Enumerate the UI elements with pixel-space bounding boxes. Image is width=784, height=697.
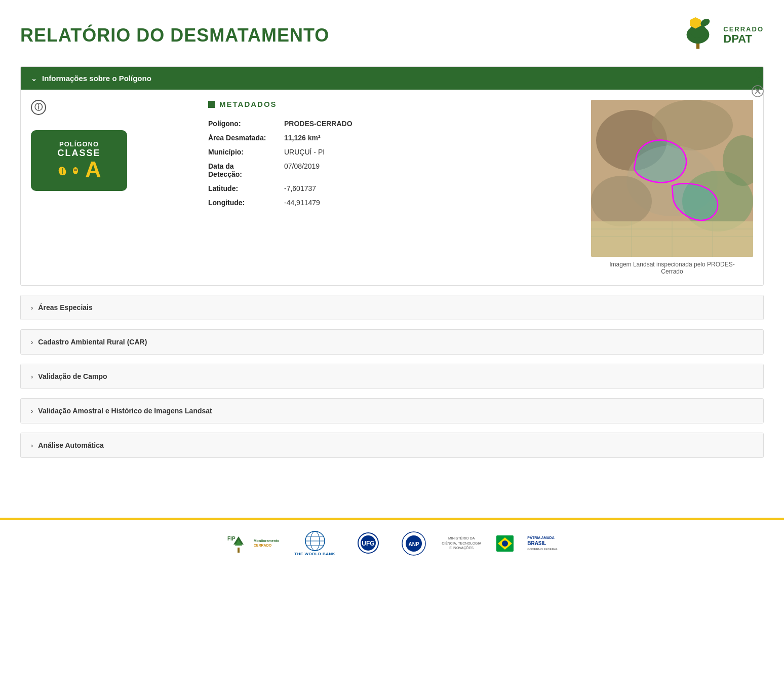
logo-dpat-text: DPAT xyxy=(723,33,752,45)
brasil-flag-area: PÁTRIA AMADA BRASIL GOVERNO FEDERAL xyxy=(496,533,558,554)
field-label: Área Desmatada: xyxy=(208,131,284,145)
bee-icon xyxy=(70,164,81,175)
field-label: Polígono: xyxy=(208,117,284,131)
worldbank-logo: THE WORLD BANK xyxy=(294,530,335,556)
worldbank-globe-icon xyxy=(304,530,326,552)
svg-point-43 xyxy=(502,540,508,547)
map-svg xyxy=(591,100,753,257)
fip-logo-svg: FIP xyxy=(226,533,252,554)
svg-text:UFG: UFG xyxy=(362,540,374,547)
areas-especiais-header[interactable]: › Áreas Especiais xyxy=(21,295,763,320)
field-value: 07/08/2019 xyxy=(284,159,576,181)
brasil-flag-icon xyxy=(496,533,524,554)
validacao-amostral-label: Validação Amostral e Histórico de Imagen… xyxy=(38,407,212,415)
polygon-info-body: ⓘ POLÍGONO CLASSE xyxy=(21,90,763,285)
ufg-logo: UFG xyxy=(350,532,386,555)
map-caption: Imagem Landsat inspecionada pelo PRODES-… xyxy=(601,261,743,275)
cerrado-dpat-logo xyxy=(678,15,718,56)
car-panel: › Cadastro Ambiental Rural (CAR) xyxy=(20,329,764,355)
table-row: Longitude: -44,911479 xyxy=(208,196,576,210)
field-label: Longitude: xyxy=(208,196,284,210)
badge-line1: POLÍGONO xyxy=(59,140,99,148)
metadata-table: Polígono: PRODES-CERRADO Área Desmatada:… xyxy=(208,117,576,210)
svg-text:FIP: FIP xyxy=(227,536,236,541)
analise-automatica-panel: › Análise Automática xyxy=(20,433,764,458)
field-label: Latitude: xyxy=(208,181,284,196)
field-label: Data daDetecção: xyxy=(208,159,284,181)
metadata-title-text: METADADOS xyxy=(219,100,277,108)
worldbank-label: THE WORLD BANK xyxy=(294,552,335,556)
chevron-down-icon: ⌄ xyxy=(31,74,37,83)
field-value: URUÇUÍ - PI xyxy=(284,145,576,159)
field-label: Município: xyxy=(208,145,284,159)
close-icon xyxy=(752,85,764,97)
metadata-square-icon xyxy=(208,101,215,108)
logo-area: CERRADO DPAT xyxy=(678,15,764,56)
page-header: RELATÓRIO DO DESMATAMENTO CERRADO DPAT xyxy=(0,0,784,66)
mctic-text: MINISTÉRIO DACIÊNCIA, TECNOLOGIAE INOVAÇ… xyxy=(442,536,481,551)
info-icon[interactable]: ⓘ xyxy=(31,100,46,115)
badge-icons xyxy=(57,164,81,175)
polygon-badge: POLÍGONO CLASSE xyxy=(31,130,127,191)
main-content: ⌄ Informações sobre o Polígono ⓘ POLÍGON… xyxy=(0,66,784,487)
close-button[interactable] xyxy=(752,85,764,101)
chevron-right-icon: › xyxy=(31,373,33,380)
polygon-info-panel: ⌄ Informações sobre o Polígono ⓘ POLÍGON… xyxy=(20,66,764,286)
table-row: Data daDetecção: 07/08/2019 xyxy=(208,159,576,181)
footer: FIP Monitoramento CERRADO xyxy=(0,518,784,556)
badge-bottom: A xyxy=(57,159,101,181)
svg-rect-27 xyxy=(238,548,240,553)
map-image xyxy=(591,100,753,257)
table-row: Latitude: -7,601737 xyxy=(208,181,576,196)
mctic-logo: MINISTÉRIO DACIÊNCIA, TECNOLOGIAE INOVAÇ… xyxy=(442,536,481,551)
areas-especiais-panel: › Áreas Especiais xyxy=(20,295,764,320)
chevron-right-icon: › xyxy=(31,338,33,346)
map-area: Imagem Landsat inspecionada pelo PRODES-… xyxy=(591,100,753,275)
brasil-logo: PÁTRIA AMADA BRASIL GOVERNO FEDERAL xyxy=(496,533,558,554)
metadata-title-row: METADADOS xyxy=(208,100,576,108)
areas-especiais-label: Áreas Especiais xyxy=(38,303,92,312)
svg-text:ANP: ANP xyxy=(409,541,419,547)
print-area: 🖨 xyxy=(751,66,764,82)
anp-logo: ANP xyxy=(401,531,426,556)
validacao-campo-label: Validação de Campo xyxy=(38,372,107,380)
table-row: Área Desmatada: 11,126 km² xyxy=(208,131,576,145)
worldbank-text: THE WORLD BANK xyxy=(294,530,335,556)
table-row: Polígono: PRODES-CERRADO xyxy=(208,117,576,131)
car-label: Cadastro Ambiental Rural (CAR) xyxy=(38,338,147,346)
polygon-info-label: Informações sobre o Polígono xyxy=(42,74,151,83)
ufg-logo-svg: UFG xyxy=(350,532,386,555)
polygon-info-header[interactable]: ⌄ Informações sobre o Polígono xyxy=(21,67,763,90)
validacao-campo-panel: › Validação de Campo xyxy=(20,364,764,389)
field-value: -44,911479 xyxy=(284,196,576,210)
chevron-right-icon: › xyxy=(31,442,33,449)
validacao-campo-header[interactable]: › Validação de Campo xyxy=(21,364,763,389)
validacao-amostral-panel: › Validação Amostral e Histórico de Imag… xyxy=(20,398,764,423)
leaf-icon xyxy=(57,164,68,175)
table-row: Município: URUÇUÍ - PI xyxy=(208,145,576,159)
page-title: RELATÓRIO DO DESMATAMENTO xyxy=(20,25,329,46)
logo-cerrado-text: CERRADO xyxy=(723,25,764,33)
metadata-area: METADADOS Polígono: PRODES-CERRADO Área … xyxy=(208,100,576,210)
field-value: -7,601737 xyxy=(284,181,576,196)
polygon-left: ⓘ POLÍGONO CLASSE xyxy=(31,100,193,191)
analise-automatica-header[interactable]: › Análise Automática xyxy=(21,433,763,457)
badge-grade: A xyxy=(85,159,101,181)
field-value: PRODES-CERRADO xyxy=(284,117,576,131)
print-button[interactable]: 🖨 xyxy=(751,66,764,82)
fip-logo-text: FIP Monitoramento CERRADO xyxy=(226,533,280,554)
anp-logo-svg: ANP xyxy=(401,531,426,556)
field-value: 11,126 km² xyxy=(284,131,576,145)
chevron-right-icon: › xyxy=(31,304,33,312)
svg-point-17 xyxy=(591,176,652,226)
chevron-right-icon: › xyxy=(31,407,33,415)
validacao-amostral-header[interactable]: › Validação Amostral e Histórico de Imag… xyxy=(21,399,763,423)
analise-automatica-label: Análise Automática xyxy=(38,441,103,449)
car-header[interactable]: › Cadastro Ambiental Rural (CAR) xyxy=(21,330,763,354)
fip-cerrado-logo: FIP Monitoramento CERRADO xyxy=(226,533,280,554)
